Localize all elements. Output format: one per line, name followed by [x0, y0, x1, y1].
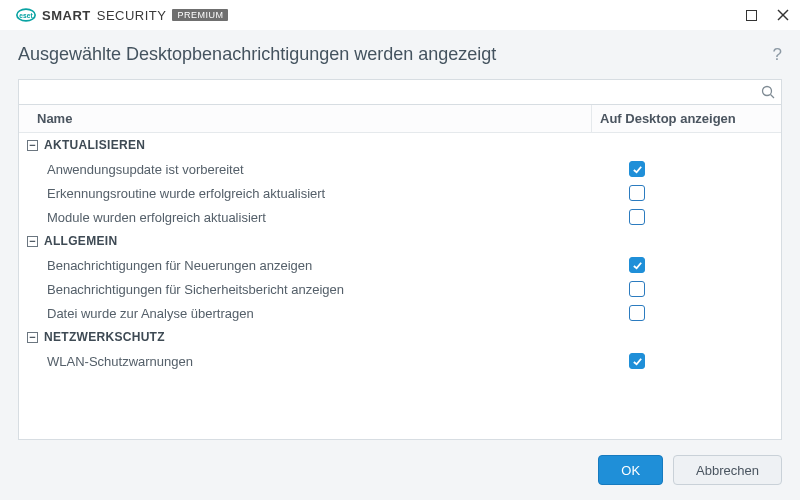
- premium-badge: PREMIUM: [172, 9, 228, 21]
- row-label: Benachrichtigungen für Sicherheitsberich…: [19, 282, 591, 297]
- close-icon[interactable]: [774, 6, 792, 24]
- dialog-footer: OK Abbrechen: [18, 440, 782, 488]
- search-input[interactable]: [19, 85, 755, 100]
- group-header[interactable]: −NETZWERKSCHUTZ: [19, 325, 781, 349]
- row-label: Module wurden erfolgreich aktualisiert: [19, 210, 591, 225]
- row-label: Anwendungsupdate ist vorbereitet: [19, 162, 591, 177]
- brand: eset SMART SECURITY PREMIUM: [16, 5, 228, 25]
- table-row: Module wurden erfolgreich aktualisiert: [19, 205, 781, 229]
- desktop-checkbox[interactable]: [629, 257, 645, 273]
- cancel-button[interactable]: Abbrechen: [673, 455, 782, 485]
- desktop-checkbox[interactable]: [629, 281, 645, 297]
- col-name[interactable]: Name: [19, 111, 591, 126]
- collapse-icon[interactable]: −: [27, 236, 38, 247]
- page-title: Ausgewählte Desktopbenachrichtigungen we…: [18, 44, 496, 65]
- table-row: Anwendungsupdate ist vorbereitet: [19, 157, 781, 181]
- eset-logo-icon: eset: [16, 5, 36, 25]
- row-label: Erkennungsroutine wurde erfolgreich aktu…: [19, 186, 591, 201]
- collapse-icon[interactable]: −: [27, 332, 38, 343]
- search-bar[interactable]: [18, 79, 782, 105]
- table-row: Benachrichtigungen für Neuerungen anzeig…: [19, 253, 781, 277]
- table-row: Benachrichtigungen für Sicherheitsberich…: [19, 277, 781, 301]
- table-header: Name Auf Desktop anzeigen: [19, 105, 781, 133]
- desktop-checkbox[interactable]: [629, 209, 645, 225]
- ok-button[interactable]: OK: [598, 455, 663, 485]
- help-icon[interactable]: ?: [773, 45, 782, 65]
- table-row: Erkennungsroutine wurde erfolgreich aktu…: [19, 181, 781, 205]
- desktop-checkbox[interactable]: [629, 161, 645, 177]
- table-row: WLAN-Schutzwarnungen: [19, 349, 781, 373]
- row-label: Datei wurde zur Analyse übertragen: [19, 306, 591, 321]
- svg-text:eset: eset: [19, 12, 33, 19]
- group-header[interactable]: −ALLGEMEIN: [19, 229, 781, 253]
- svg-line-6: [771, 95, 775, 99]
- row-label: WLAN-Schutzwarnungen: [19, 354, 591, 369]
- col-desktop[interactable]: Auf Desktop anzeigen: [591, 105, 781, 132]
- svg-rect-2: [746, 10, 756, 20]
- group-label: ALLGEMEIN: [44, 234, 117, 248]
- brand-text: SMART SECURITY PREMIUM: [42, 8, 228, 23]
- search-icon[interactable]: [755, 85, 781, 99]
- collapse-icon[interactable]: −: [27, 140, 38, 151]
- notifications-table: Name Auf Desktop anzeigen −AKTUALISIEREN…: [18, 105, 782, 440]
- desktop-checkbox[interactable]: [629, 305, 645, 321]
- desktop-checkbox[interactable]: [629, 353, 645, 369]
- titlebar: eset SMART SECURITY PREMIUM: [0, 0, 800, 30]
- group-label: AKTUALISIEREN: [44, 138, 145, 152]
- table-row: Datei wurde zur Analyse übertragen: [19, 301, 781, 325]
- group-label: NETZWERKSCHUTZ: [44, 330, 165, 344]
- desktop-checkbox[interactable]: [629, 185, 645, 201]
- maximize-icon[interactable]: [742, 6, 760, 24]
- svg-point-5: [763, 87, 772, 96]
- group-header[interactable]: −AKTUALISIEREN: [19, 133, 781, 157]
- row-label: Benachrichtigungen für Neuerungen anzeig…: [19, 258, 591, 273]
